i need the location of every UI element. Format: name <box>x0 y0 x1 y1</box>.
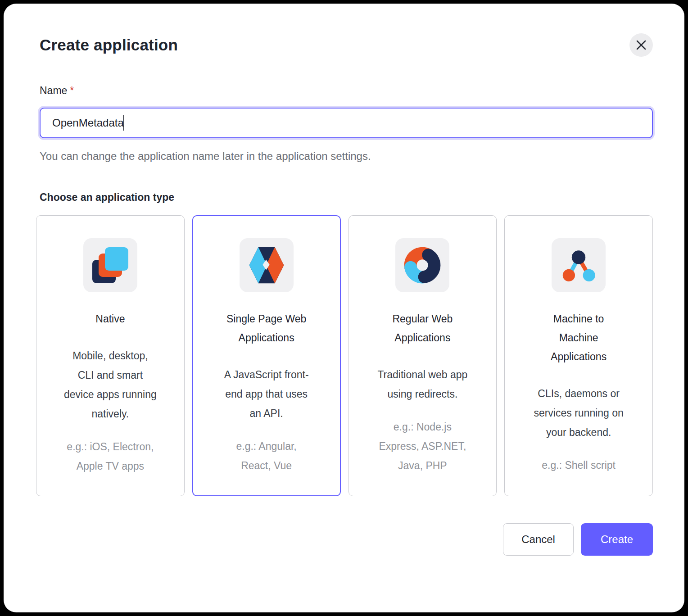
native-icon-tile <box>83 238 137 292</box>
name-input[interactable] <box>41 109 652 137</box>
text-caret <box>123 115 124 131</box>
spa-icon-tile <box>240 238 294 292</box>
network-nodes-icon <box>561 247 597 283</box>
type-card-spa[interactable]: Single Page Web Applications A JavaScrip… <box>192 215 341 496</box>
type-card-regular-web[interactable]: Regular Web Applications Traditional web… <box>349 215 497 496</box>
close-icon <box>636 40 646 50</box>
card-description: Traditional web app using redirects. <box>376 365 469 404</box>
cancel-button[interactable]: Cancel <box>503 523 574 556</box>
name-field: Name* You can change the application nam… <box>40 85 653 163</box>
card-description: Mobile, desktop, CLI and smart device ap… <box>64 346 157 424</box>
page-title: Create application <box>40 36 178 54</box>
card-examples: e.g.: Node.js Express, ASP.NET, Java, PH… <box>376 417 469 476</box>
regular-web-icon-tile <box>395 238 449 292</box>
card-examples: e.g.: Angular, React, Vue <box>220 437 313 476</box>
choose-type-label: Choose an application type <box>40 191 653 204</box>
swirl-donut-icon <box>401 244 444 287</box>
modal-header: Create application <box>36 32 653 57</box>
card-title: Single Page Web Applications <box>223 309 310 347</box>
m2m-icon-tile <box>552 238 606 292</box>
card-examples: e.g.: iOS, Electron, Apple TV apps <box>64 437 157 476</box>
required-asterisk: * <box>70 85 74 96</box>
card-description: A JavaScript front-end app that uses an … <box>220 365 313 423</box>
card-description: CLIs, daemons or services running on you… <box>532 384 625 442</box>
close-button[interactable] <box>629 33 653 57</box>
type-card-m2m[interactable]: Machine to Machine Applications CLIs, da… <box>504 215 653 496</box>
name-label-text: Name <box>40 85 67 96</box>
card-title: Regular Web Applications <box>379 309 466 347</box>
create-application-modal: Create application Name* You can change … <box>4 4 684 612</box>
create-button[interactable]: Create <box>581 523 653 556</box>
name-helper-text: You can change the application name late… <box>40 150 653 163</box>
application-type-cards: Native Mobile, desktop, CLI and smart de… <box>36 215 653 496</box>
diamond-hexagon-icon <box>245 244 288 287</box>
type-card-native[interactable]: Native Mobile, desktop, CLI and smart de… <box>36 215 185 496</box>
screen-background: Create application Name* You can change … <box>0 0 688 616</box>
stacked-squares-icon <box>92 247 128 283</box>
card-examples: e.g.: Shell script <box>532 456 625 475</box>
modal-footer: Cancel Create <box>36 523 653 556</box>
card-title: Native <box>67 309 154 328</box>
card-title: Machine to Machine Applications <box>535 309 622 366</box>
name-label: Name* <box>40 85 653 97</box>
name-input-wrap <box>40 108 653 138</box>
